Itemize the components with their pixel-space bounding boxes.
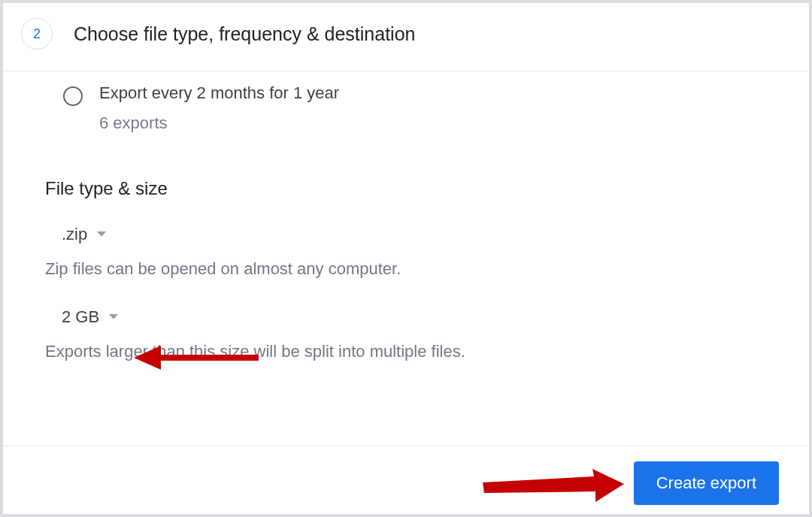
step-content: Export every 2 months for 1 year 6 expor… xyxy=(3,71,809,446)
radio-icon xyxy=(63,86,83,106)
footer: Create export xyxy=(3,446,809,514)
chevron-down-icon xyxy=(96,231,107,238)
frequency-option-sublabel: 6 exports xyxy=(99,113,339,133)
create-export-button[interactable]: Create export xyxy=(634,461,779,505)
file-type-value: .zip xyxy=(62,225,87,244)
step-number: 2 xyxy=(33,26,41,42)
chevron-down-icon xyxy=(108,313,119,321)
frequency-option-every-2-months[interactable]: Export every 2 months for 1 year 6 expor… xyxy=(45,77,773,151)
step-title: Choose file type, frequency & destinatio… xyxy=(74,23,415,45)
file-size-value: 2 GB xyxy=(62,307,99,327)
file-size-dropdown[interactable]: 2 GB xyxy=(48,300,126,334)
file-size-help: Exports larger than this size will be sp… xyxy=(45,342,773,361)
frequency-option-label: Export every 2 months for 1 year xyxy=(99,83,339,103)
file-type-help: Zip files can be opened on almost any co… xyxy=(45,259,773,279)
step-header: 2 Choose file type, frequency & destinat… xyxy=(3,3,809,71)
file-type-size-heading: File type & size xyxy=(45,178,773,199)
file-type-dropdown[interactable]: .zip xyxy=(48,217,116,252)
step-number-badge: 2 xyxy=(21,18,53,50)
settings-card: 2 Choose file type, frequency & destinat… xyxy=(3,3,809,514)
